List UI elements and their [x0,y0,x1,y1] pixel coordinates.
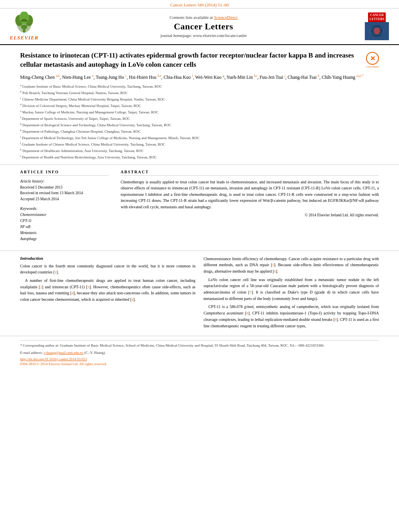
intro-right-text: Chemoresistance limits efficiency of che… [204,256,379,329]
ref-1[interactable]: 1 [55,270,57,274]
journal-logo-right: CANCERLETTERS [363,12,391,41]
abstract-column: ABSTRACT Chemotherapy is usually applied… [121,170,379,246]
affiliation-h: h Department of Pathology, Changhua Chri… [20,128,379,135]
abstract-heading: ABSTRACT [121,170,379,176]
affiliation-i: i Department of Medical Technology, Jen-… [20,135,379,141]
abstract-text: Chemotherapy is usually applied to treat… [121,179,379,218]
cancer-letters-badge: CANCERLETTERS [368,12,386,23]
copyright-line: © 2014 Elsevier Ireland Ltd. All rights … [121,212,379,218]
ref-9[interactable]: 9 [335,318,337,322]
journal-cover-image [365,22,389,40]
page-container: Cancer Letters 349 (2014) 51–60 ELSEVIER [0,0,399,370]
crossmark: ✕ CrossMark [366,52,379,68]
introduction-heading: Introduction [20,256,195,261]
affiliation-a: a Graduate Institute of Basic Medical Sc… [20,83,379,90]
ref-6[interactable]: 6 [274,269,276,273]
svg-point-5 [21,25,27,29]
keywords-list: Chemoresistance CPT-11 NF-κB Metastasis … [20,212,109,242]
ref-3[interactable]: 3 [88,285,90,289]
email-author: (C.-Y. Huang). [84,351,106,355]
authors-line: Ming-Cheng Chen a,b, Nien-Hung Lee a, Ts… [20,74,379,81]
corresponding-note: * Corresponding author at: Graduate Inst… [20,343,379,349]
top-bar: Cancer Letters 349 (2014) 51–60 [0,0,399,8]
history-label: Article history: [20,179,109,183]
doi-link[interactable]: http://dx.doi.org/10.1016/j.canlet.2014.… [20,357,87,361]
affiliation-c: c Chinese Medicine Department, China Med… [20,96,379,103]
keywords-group: Keywords: Chemoresistance CPT-11 NF-κB M… [20,206,109,242]
crossmark-icon[interactable]: ✕ [366,52,379,65]
email-link[interactable]: cyhuang@mail.cmu.edu.tw [43,351,83,355]
affiliation-k: k Department of Healthcare Administratio… [20,148,379,154]
body-left-col: Introduction Colon cancer is the fourth … [20,256,195,331]
affiliations: a Graduate Institute of Basic Medical Sc… [20,83,379,160]
affiliation-d: d Division of Colorectal Surgery, Mackay… [20,103,379,109]
elsevier-wordmark: ELSEVIER [10,35,39,41]
elsevier-tree-icon [12,12,36,34]
keywords-label: Keywords: [20,206,109,211]
journal-title: Cancer Letters [44,21,363,32]
article-history-group: Article history: Received 5 December 201… [20,179,109,202]
body-section: Introduction Colon cancer is the fourth … [0,251,399,336]
header-center: Contents lists available at ScienceDirec… [44,15,363,38]
ref-7[interactable]: 7 [250,290,252,294]
email-note: E-mail address: cyhuang@mail.cmu.edu.tw … [20,350,379,356]
intro-left-text: Colon cancer is the fourth most commonly… [20,263,195,303]
ref-8[interactable]: 8 [247,311,249,315]
revised-date: Received in revised form 13 March 2014 [20,190,109,196]
homepage-line: journal homepage: www.elsevier.com/locat… [44,33,363,38]
email-label: E-mail address: [20,351,43,355]
elsevier-logo: ELSEVIER [8,12,40,41]
affiliation-g: g Department of Biological Science and T… [20,122,379,128]
article-info-column: ARTICLE INFO Article history: Received 5… [20,170,109,246]
received-date: Received 5 December 2013 [20,185,109,191]
article-info-heading: ARTICLE INFO [20,170,109,176]
affiliation-l: l Department of Health and Nutrition Bio… [20,154,379,160]
journal-header: ELSEVIER Contents lists available at Sci… [0,8,399,45]
affiliation-b: b Puli Branch, Taichung Veterans General… [20,90,379,96]
affiliation-j: j Graduate Institute of Chinese Medical … [20,141,379,148]
sciencedirect-line: Contents lists available at ScienceDirec… [44,15,363,20]
svg-point-4 [19,12,29,24]
footer-section: * Corresponding author at: Graduate Inst… [0,336,399,370]
ref-2[interactable]: 2 [40,285,42,289]
body-right-col: Chemoresistance limits efficiency of che… [204,256,379,331]
crossmark-label: CrossMark [366,65,378,68]
ref-5[interactable]: 5 [272,263,274,267]
ref-4a[interactable]: 4 [72,291,74,295]
svg-point-8 [374,28,380,34]
sciencedirect-link[interactable]: ScienceDirect [214,15,238,20]
two-col-body: Introduction Colon cancer is the fourth … [20,256,379,331]
affiliation-f: f Department of Sports Sciences, Univers… [20,115,379,122]
article-title-section: Resistance to irinotecan (CPT-11) activa… [0,45,399,165]
issn-line: 0304-3835/© 2014 Elsevier Ireland Ltd. A… [20,362,107,366]
journal-ref: Cancer Letters 349 (2014) 51–60 [170,2,229,7]
two-col-section: ARTICLE INFO Article history: Received 5… [0,165,399,251]
accepted-date: Accepted 23 March 2014 [20,196,109,202]
affiliation-e: e Mackay Junior College of Medicine, Nur… [20,109,379,115]
ref-4b[interactable]: 4 [132,298,134,302]
article-title: Resistance to irinotecan (CPT-11) activa… [20,51,360,70]
